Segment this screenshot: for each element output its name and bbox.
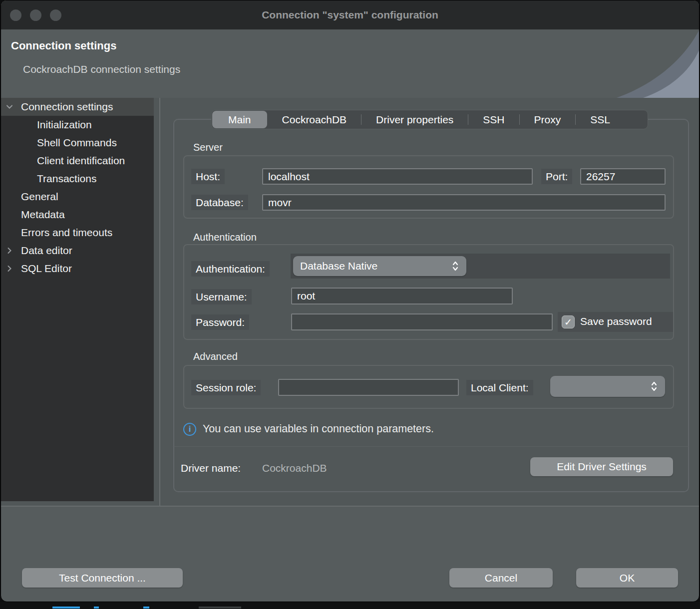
swoosh-decoration xyxy=(589,29,699,98)
session-role-input[interactable] xyxy=(278,379,459,396)
tab-ssl[interactable]: SSL xyxy=(576,110,625,129)
authentication-label: Authentication: xyxy=(191,261,270,277)
cancel-button[interactable]: Cancel xyxy=(449,568,553,588)
test-connection-button[interactable]: Test Connection ... xyxy=(22,568,183,588)
tab-main[interactable]: Main xyxy=(212,111,267,128)
sidebar-item-label: Errors and timeouts xyxy=(1,227,112,239)
server-group-legend: Server xyxy=(193,142,223,153)
sidebar-item-sql-editor[interactable]: SQL Editor xyxy=(1,260,154,278)
driver-section-divider xyxy=(174,446,689,447)
background-artifact xyxy=(199,607,241,609)
sidebar-item-label: Metadata xyxy=(1,209,65,221)
username-input[interactable] xyxy=(291,288,513,304)
sidebar-item-shell-commands[interactable]: Shell Commands xyxy=(1,134,154,152)
local-client-label: Local Client: xyxy=(466,380,533,395)
sidebar-item-metadata[interactable]: Metadata xyxy=(1,206,154,224)
save-password-group: ✓ Save password xyxy=(558,312,673,332)
sidebar-item-connection-settings[interactable]: Connection settings xyxy=(1,98,154,116)
sidebar-divider xyxy=(159,98,160,506)
window-title: Connection "system" configuration xyxy=(1,0,699,29)
authentication-select[interactable]: Database Native xyxy=(293,256,466,276)
connection-configuration-dialog: Connection "system" configuration Connec… xyxy=(0,0,700,602)
database-input[interactable] xyxy=(262,194,666,211)
tab-proxy[interactable]: Proxy xyxy=(520,110,576,129)
driver-name-label: Driver name: xyxy=(181,462,241,474)
sidebar-item-label: Shell Commands xyxy=(1,137,117,149)
sidebar-item-client-identification[interactable]: Client identification xyxy=(1,152,154,170)
info-icon-glyph: i xyxy=(189,424,191,434)
checkmark-icon: ✓ xyxy=(564,316,572,328)
settings-tree-sidebar: Connection settings Initialization Shell… xyxy=(1,98,154,501)
sidebar-item-label: Transactions xyxy=(1,173,96,185)
authentication-group-legend: Authentication xyxy=(193,232,257,243)
sidebar-item-label: Initialization xyxy=(1,119,92,131)
chevron-down-icon[interactable] xyxy=(5,103,13,111)
sidebar-item-data-editor[interactable]: Data editor xyxy=(1,242,154,260)
background-artifact xyxy=(52,607,80,609)
footer-divider xyxy=(1,506,700,507)
sidebar-item-transactions[interactable]: Transactions xyxy=(1,170,154,188)
sidebar-item-label: Connection settings xyxy=(1,101,113,113)
port-input[interactable] xyxy=(580,168,666,185)
username-label: Username: xyxy=(191,289,252,304)
edit-driver-settings-button[interactable]: Edit Driver Settings xyxy=(530,457,673,476)
stepper-icon xyxy=(451,260,459,272)
sidebar-item-errors-and-timeouts[interactable]: Errors and timeouts xyxy=(1,224,154,242)
chevron-right-icon[interactable] xyxy=(5,247,13,255)
info-icon: i xyxy=(183,423,196,436)
sidebar-item-general[interactable]: General xyxy=(1,188,154,206)
stepper-icon xyxy=(650,380,658,392)
background-strip xyxy=(0,602,700,609)
sidebar-item-label: Client identification xyxy=(1,155,125,167)
tab-driver-properties[interactable]: Driver properties xyxy=(361,110,468,129)
ok-button[interactable]: OK xyxy=(576,568,678,588)
tab-bar: Main CockroachDB Driver properties SSH P… xyxy=(211,110,648,129)
dialog-header: Connection settings CockroachDB connecti… xyxy=(1,29,699,98)
local-client-select[interactable] xyxy=(550,376,665,397)
password-input[interactable] xyxy=(291,313,553,330)
driver-name-value: CockroachDB xyxy=(262,462,327,474)
sidebar-item-initialization[interactable]: Initialization xyxy=(1,116,154,134)
chevron-right-icon[interactable] xyxy=(5,265,13,273)
host-label: Host: xyxy=(191,169,225,184)
background-artifact xyxy=(143,607,149,609)
advanced-group-legend: Advanced xyxy=(193,351,238,362)
info-text: You can use variables in connection para… xyxy=(203,423,434,435)
save-password-checkbox[interactable]: ✓ xyxy=(562,315,575,328)
tab-ssh[interactable]: SSH xyxy=(468,110,519,129)
tab-cockroachdb[interactable]: CockroachDB xyxy=(268,110,361,129)
title-bar: Connection "system" configuration xyxy=(1,0,699,29)
password-label: Password: xyxy=(191,314,249,330)
host-input[interactable] xyxy=(262,168,533,185)
sidebar-item-label: General xyxy=(1,191,58,203)
save-password-label: Save password xyxy=(580,315,652,327)
page-subtitle: CockroachDB connection settings xyxy=(23,63,180,75)
port-label: Port: xyxy=(541,169,572,184)
database-label: Database: xyxy=(191,195,248,210)
authentication-selected-option: Database Native xyxy=(300,260,377,272)
session-role-label: Session role: xyxy=(191,380,261,395)
page-title: Connection settings xyxy=(11,39,116,52)
background-artifact xyxy=(94,607,99,609)
screen: Connection "system" configuration Connec… xyxy=(0,0,700,609)
